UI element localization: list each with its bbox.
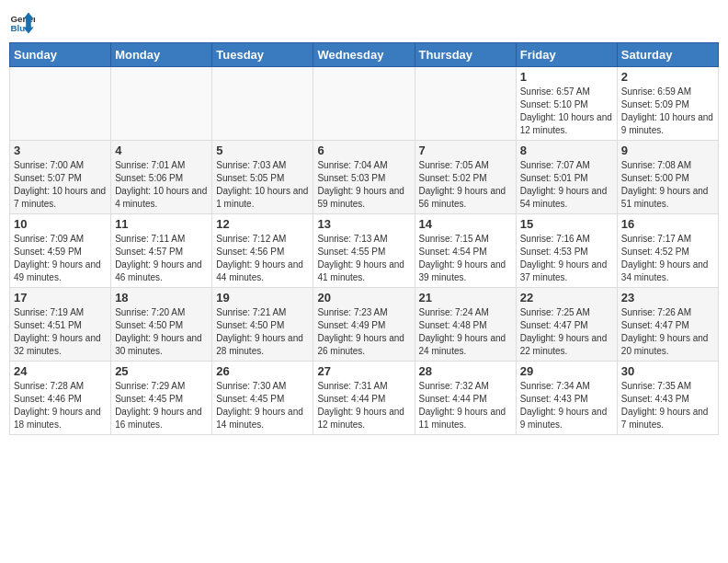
calendar-week-5: 24Sunrise: 7:28 AM Sunset: 4:46 PM Dayli… — [10, 362, 719, 435]
day-number: 14 — [419, 217, 512, 231]
day-info: Sunrise: 7:15 AM Sunset: 4:54 PM Dayligh… — [419, 233, 512, 284]
calendar-cell: 7Sunrise: 7:05 AM Sunset: 5:02 PM Daylig… — [415, 141, 516, 214]
calendar-cell: 18Sunrise: 7:20 AM Sunset: 4:50 PM Dayli… — [111, 288, 212, 362]
day-info: Sunrise: 7:30 AM Sunset: 4:45 PM Dayligh… — [216, 380, 309, 431]
calendar-cell: 13Sunrise: 7:13 AM Sunset: 4:55 PM Dayli… — [313, 214, 415, 288]
calendar-cell: 5Sunrise: 7:03 AM Sunset: 5:05 PM Daylig… — [212, 141, 313, 214]
day-number: 9 — [621, 144, 714, 157]
calendar-cell: 11Sunrise: 7:11 AM Sunset: 4:57 PM Dayli… — [111, 214, 212, 288]
day-number: 1 — [520, 70, 613, 84]
day-number: 26 — [216, 364, 309, 378]
calendar-cell: 2Sunrise: 6:59 AM Sunset: 5:09 PM Daylig… — [617, 67, 718, 141]
logo: General Blue — [9, 9, 35, 35]
calendar-cell: 21Sunrise: 7:24 AM Sunset: 4:48 PM Dayli… — [415, 288, 516, 362]
day-number: 20 — [317, 291, 410, 304]
calendar-cell: 28Sunrise: 7:32 AM Sunset: 4:44 PM Dayli… — [415, 362, 516, 435]
day-info: Sunrise: 7:29 AM Sunset: 4:45 PM Dayligh… — [115, 380, 208, 431]
calendar-cell — [212, 67, 313, 141]
day-number: 6 — [317, 144, 410, 157]
calendar-cell: 23Sunrise: 7:26 AM Sunset: 4:47 PM Dayli… — [617, 288, 718, 362]
day-info: Sunrise: 7:24 AM Sunset: 4:48 PM Dayligh… — [419, 306, 512, 358]
calendar-cell: 14Sunrise: 7:15 AM Sunset: 4:54 PM Dayli… — [415, 214, 516, 288]
day-info: Sunrise: 7:16 AM Sunset: 4:53 PM Dayligh… — [520, 233, 613, 284]
day-info: Sunrise: 7:32 AM Sunset: 4:44 PM Dayligh… — [419, 380, 512, 431]
day-number: 8 — [520, 144, 613, 157]
day-number: 15 — [520, 217, 613, 231]
day-header-friday: Friday — [516, 43, 617, 67]
calendar-week-1: 1Sunrise: 6:57 AM Sunset: 5:10 PM Daylig… — [10, 67, 719, 141]
calendar-cell: 4Sunrise: 7:01 AM Sunset: 5:06 PM Daylig… — [111, 141, 212, 214]
calendar-cell: 16Sunrise: 7:17 AM Sunset: 4:52 PM Dayli… — [617, 214, 718, 288]
day-number: 25 — [115, 364, 208, 378]
calendar-cell — [415, 67, 516, 141]
day-number: 22 — [520, 291, 613, 304]
day-info: Sunrise: 7:23 AM Sunset: 4:49 PM Dayligh… — [317, 306, 410, 358]
calendar-cell: 12Sunrise: 7:12 AM Sunset: 4:56 PM Dayli… — [212, 214, 313, 288]
day-number: 17 — [14, 291, 107, 304]
calendar-week-3: 10Sunrise: 7:09 AM Sunset: 4:59 PM Dayli… — [10, 214, 719, 288]
day-number: 4 — [115, 144, 208, 157]
day-number: 29 — [520, 364, 613, 378]
day-number: 11 — [115, 217, 208, 231]
day-number: 19 — [216, 291, 309, 304]
day-info: Sunrise: 7:08 AM Sunset: 5:00 PM Dayligh… — [621, 159, 714, 211]
day-number: 3 — [14, 144, 107, 157]
header: General Blue — [9, 9, 719, 35]
day-number: 18 — [115, 291, 208, 304]
calendar: SundayMondayTuesdayWednesdayThursdayFrid… — [9, 42, 719, 435]
calendar-cell — [10, 67, 111, 141]
day-header-monday: Monday — [111, 43, 212, 67]
day-number: 7 — [419, 144, 512, 157]
day-info: Sunrise: 7:28 AM Sunset: 4:46 PM Dayligh… — [14, 380, 107, 431]
day-info: Sunrise: 7:20 AM Sunset: 4:50 PM Dayligh… — [115, 306, 208, 358]
day-info: Sunrise: 7:35 AM Sunset: 4:43 PM Dayligh… — [621, 380, 714, 431]
day-number: 10 — [14, 217, 107, 231]
day-info: Sunrise: 7:17 AM Sunset: 4:52 PM Dayligh… — [621, 233, 714, 284]
day-info: Sunrise: 7:12 AM Sunset: 4:56 PM Dayligh… — [216, 233, 309, 284]
day-info: Sunrise: 6:57 AM Sunset: 5:10 PM Dayligh… — [520, 86, 613, 137]
day-header-saturday: Saturday — [617, 43, 718, 67]
calendar-cell: 10Sunrise: 7:09 AM Sunset: 4:59 PM Dayli… — [10, 214, 111, 288]
day-info: Sunrise: 7:00 AM Sunset: 5:07 PM Dayligh… — [14, 159, 107, 211]
calendar-cell: 25Sunrise: 7:29 AM Sunset: 4:45 PM Dayli… — [111, 362, 212, 435]
day-info: Sunrise: 7:25 AM Sunset: 4:47 PM Dayligh… — [520, 306, 613, 358]
day-info: Sunrise: 7:11 AM Sunset: 4:57 PM Dayligh… — [115, 233, 208, 284]
day-info: Sunrise: 7:26 AM Sunset: 4:47 PM Dayligh… — [621, 306, 714, 358]
calendar-cell: 1Sunrise: 6:57 AM Sunset: 5:10 PM Daylig… — [516, 67, 617, 141]
day-info: Sunrise: 7:19 AM Sunset: 4:51 PM Dayligh… — [14, 306, 107, 358]
calendar-cell: 8Sunrise: 7:07 AM Sunset: 5:01 PM Daylig… — [516, 141, 617, 214]
day-info: Sunrise: 7:21 AM Sunset: 4:50 PM Dayligh… — [216, 306, 309, 358]
day-header-tuesday: Tuesday — [212, 43, 313, 67]
day-info: Sunrise: 7:03 AM Sunset: 5:05 PM Dayligh… — [216, 159, 309, 211]
calendar-cell: 27Sunrise: 7:31 AM Sunset: 4:44 PM Dayli… — [313, 362, 415, 435]
calendar-cell: 20Sunrise: 7:23 AM Sunset: 4:49 PM Dayli… — [313, 288, 415, 362]
calendar-cell: 15Sunrise: 7:16 AM Sunset: 4:53 PM Dayli… — [516, 214, 617, 288]
day-number: 5 — [216, 144, 309, 157]
calendar-week-4: 17Sunrise: 7:19 AM Sunset: 4:51 PM Dayli… — [10, 288, 719, 362]
day-info: Sunrise: 7:05 AM Sunset: 5:02 PM Dayligh… — [419, 159, 512, 211]
day-number: 12 — [216, 217, 309, 231]
calendar-cell: 26Sunrise: 7:30 AM Sunset: 4:45 PM Dayli… — [212, 362, 313, 435]
day-info: Sunrise: 7:09 AM Sunset: 4:59 PM Dayligh… — [14, 233, 107, 284]
day-number: 30 — [621, 364, 714, 378]
day-info: Sunrise: 7:31 AM Sunset: 4:44 PM Dayligh… — [317, 380, 410, 431]
day-info: Sunrise: 7:04 AM Sunset: 5:03 PM Dayligh… — [317, 159, 410, 211]
calendar-cell: 29Sunrise: 7:34 AM Sunset: 4:43 PM Dayli… — [516, 362, 617, 435]
calendar-cell: 6Sunrise: 7:04 AM Sunset: 5:03 PM Daylig… — [313, 141, 415, 214]
calendar-header-row: SundayMondayTuesdayWednesdayThursdayFrid… — [10, 43, 719, 67]
calendar-cell: 24Sunrise: 7:28 AM Sunset: 4:46 PM Dayli… — [10, 362, 111, 435]
day-number: 21 — [419, 291, 512, 304]
day-number: 27 — [317, 364, 410, 378]
day-number: 24 — [14, 364, 107, 378]
day-header-wednesday: Wednesday — [313, 43, 415, 67]
calendar-cell: 30Sunrise: 7:35 AM Sunset: 4:43 PM Dayli… — [617, 362, 718, 435]
calendar-cell — [111, 67, 212, 141]
calendar-cell: 9Sunrise: 7:08 AM Sunset: 5:00 PM Daylig… — [617, 141, 718, 214]
calendar-cell: 22Sunrise: 7:25 AM Sunset: 4:47 PM Dayli… — [516, 288, 617, 362]
day-number: 2 — [621, 70, 714, 84]
day-header-sunday: Sunday — [10, 43, 111, 67]
day-info: Sunrise: 6:59 AM Sunset: 5:09 PM Dayligh… — [621, 86, 714, 137]
day-info: Sunrise: 7:34 AM Sunset: 4:43 PM Dayligh… — [520, 380, 613, 431]
day-info: Sunrise: 7:13 AM Sunset: 4:55 PM Dayligh… — [317, 233, 410, 284]
day-number: 28 — [419, 364, 512, 378]
